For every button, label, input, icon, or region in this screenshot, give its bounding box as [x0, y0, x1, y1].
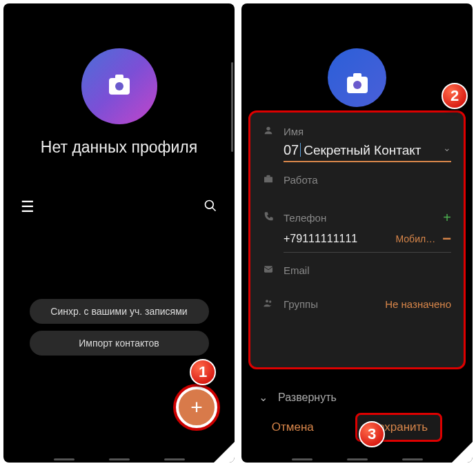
groups-field-label: Группы — [284, 298, 318, 310]
add-contact-fab[interactable]: + — [176, 387, 217, 428]
add-phone-icon[interactable]: + — [443, 210, 451, 226]
toolbar: ☰ — [3, 184, 235, 230]
email-icon — [263, 264, 275, 277]
ad-corner-icon — [452, 442, 473, 463]
work-field-label: Работа — [284, 174, 318, 186]
annotation-badge-1: 1 — [190, 359, 216, 385]
scrollbar[interactable] — [231, 62, 233, 152]
svg-point-6 — [269, 300, 271, 302]
camera-icon — [347, 77, 368, 93]
phone-input[interactable]: +79111111111 Мобил… − — [284, 230, 451, 253]
svg-rect-3 — [264, 177, 272, 182]
chevron-down-icon: ⌄ — [259, 391, 268, 404]
name-row: Имя — [263, 125, 451, 138]
import-contacts-button[interactable]: Импорт контактов — [30, 331, 209, 356]
phone-number-value: +79111111111 — [284, 233, 389, 245]
remove-phone-icon[interactable]: − — [442, 230, 451, 248]
phone-field-label: Телефон — [284, 212, 326, 224]
svg-line-1 — [212, 207, 216, 211]
person-icon — [263, 125, 275, 138]
phone-icon — [263, 211, 275, 224]
cancel-button[interactable]: Отмена — [272, 420, 314, 434]
briefcase-icon — [263, 173, 275, 186]
name-field-label: Имя — [284, 126, 304, 137]
ad-corner-icon — [214, 442, 235, 463]
expand-label: Развернуть — [278, 391, 337, 404]
groups-icon — [263, 298, 275, 311]
name-value-prefix: 07 — [284, 142, 301, 158]
expand-button[interactable]: ⌄ Развернуть — [259, 391, 337, 404]
form-actions: Отмена Сохранить — [241, 413, 473, 442]
contact-avatar[interactable] — [328, 48, 386, 107]
svg-point-5 — [266, 300, 268, 302]
groups-row[interactable]: Группы Не назначено — [263, 298, 451, 311]
no-profile-text: Нет данных профиля — [3, 138, 235, 157]
nav-bar — [3, 458, 235, 461]
email-field-label: Email — [284, 264, 310, 276]
camera-icon — [109, 78, 130, 95]
work-row[interactable]: Работа — [263, 173, 451, 186]
phone-row: Телефон + — [263, 210, 451, 226]
sync-accounts-button[interactable]: Синхр. с вашими уч. записями — [30, 299, 209, 324]
contact-form-panel: Имя 07 Секретный Контакт ⌄ Работа Телефо… — [248, 110, 466, 369]
search-icon[interactable] — [204, 199, 217, 216]
nav-bar — [241, 458, 473, 461]
name-value-rest: Секретный Контакт — [304, 143, 421, 158]
contact-edit-screen: Имя 07 Секретный Контакт ⌄ Работа Телефо… — [241, 3, 473, 463]
name-input[interactable]: 07 Секретный Контакт ⌄ — [284, 142, 451, 162]
menu-icon[interactable]: ☰ — [21, 198, 34, 216]
annotation-badge-3: 3 — [359, 421, 385, 447]
chevron-down-icon[interactable]: ⌄ — [443, 142, 451, 153]
svg-point-0 — [206, 200, 214, 208]
annotation-badge-2: 2 — [442, 83, 468, 109]
profile-avatar-placeholder[interactable] — [81, 48, 157, 124]
svg-rect-4 — [264, 266, 272, 272]
svg-point-2 — [266, 127, 270, 130]
contacts-empty-screen: Нет данных профиля ☰ Синхр. с вашими уч.… — [3, 3, 235, 463]
groups-value: Не назначено — [385, 298, 451, 310]
email-row[interactable]: Email — [263, 264, 451, 277]
phone-type-selector[interactable]: Мобил… — [396, 233, 436, 244]
